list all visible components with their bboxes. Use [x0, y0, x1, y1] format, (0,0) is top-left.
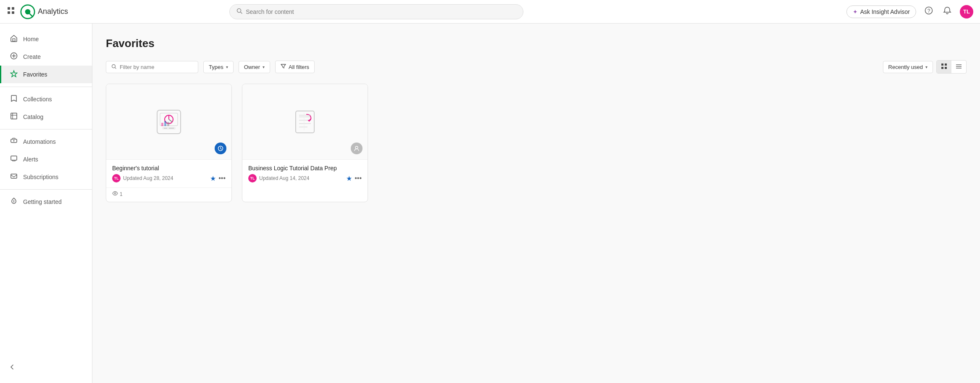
card-title-1: Beginner's tutorial [112, 165, 226, 172]
qlik-logo: Analytics [20, 4, 68, 19]
sidebar-item-collections[interactable]: Collections [0, 90, 92, 108]
card-star-1[interactable]: ★ [210, 174, 216, 182]
grid-menu-icon[interactable] [7, 6, 15, 17]
collections-icon [10, 95, 18, 104]
svg-line-6 [30, 13, 33, 16]
card-star-2[interactable]: ★ [346, 174, 352, 182]
card-more-2[interactable]: ••• [355, 174, 362, 182]
card-views-1: 1 [106, 188, 231, 202]
search-bar[interactable] [229, 4, 523, 19]
data-prep-icon [290, 107, 320, 137]
svg-rect-24 [941, 63, 943, 66]
svg-rect-39 [167, 122, 169, 126]
sidebar-divider-3 [0, 189, 92, 190]
favorites-icon [10, 70, 18, 79]
card-updated-1: Updated Aug 28, 2024 [123, 175, 173, 181]
card-updated-2: Updated Aug 14, 2024 [259, 175, 309, 181]
home-icon [10, 34, 18, 44]
sparkle-icon: ✦ [853, 8, 858, 15]
catalog-label: Catalog [23, 114, 43, 120]
sidebar-item-favorites[interactable]: Favorites [0, 66, 92, 83]
subscriptions-label: Subscriptions [23, 174, 58, 180]
card-overlay-icon-1 [215, 143, 226, 154]
svg-rect-35 [164, 128, 167, 129]
svg-rect-37 [161, 123, 163, 126]
toolbar-right: Recently used ▾ [883, 60, 967, 74]
svg-rect-27 [945, 67, 947, 69]
chart-app-icon [154, 107, 184, 137]
topnav-right: ✦ Ask Insight Advisor ? TL [846, 5, 973, 18]
svg-point-49 [355, 146, 358, 149]
page-title: Favorites [106, 37, 967, 50]
help-button[interactable]: ? [923, 5, 935, 18]
sidebar: Home Create Favorites Collections Catalo… [0, 24, 92, 383]
collapse-sidebar-button[interactable] [0, 359, 92, 376]
sidebar-divider-2 [0, 129, 92, 129]
sort-label: Recently used [888, 64, 923, 70]
filter-funnel-icon [281, 63, 286, 70]
types-dropdown-button[interactable]: Types ▾ [203, 61, 234, 73]
owner-dropdown-button[interactable]: Owner ▾ [239, 61, 270, 73]
sidebar-divider-1 [0, 87, 92, 87]
card-thumbnail-1 [106, 84, 231, 160]
view-toggle [936, 60, 967, 74]
sort-chevron-icon: ▾ [925, 65, 927, 69]
alerts-label: Alerts [23, 156, 38, 163]
sidebar-item-catalog[interactable]: Catalog [0, 108, 92, 126]
filter-input-wrapper[interactable] [106, 61, 198, 73]
sidebar-item-getting-started[interactable]: Getting started [0, 193, 92, 211]
svg-point-41 [114, 193, 116, 194]
svg-rect-11 [13, 39, 15, 41]
card-beginners-tutorial[interactable]: Beginner's tutorial TL Updated Aug 28, 2… [106, 84, 232, 202]
sidebar-item-create[interactable]: Create [0, 48, 92, 66]
topnav-left: Analytics [7, 4, 68, 19]
getting-started-label: Getting started [23, 198, 62, 205]
insight-advisor-label: Ask Insight Advisor [860, 8, 910, 15]
card-body-2: Business Logic Tutorial Data Prep TL Upd… [242, 160, 368, 188]
subscriptions-icon [10, 172, 18, 182]
card-more-1[interactable]: ••• [218, 174, 226, 182]
all-filters-button[interactable]: All filters [275, 61, 315, 73]
grid-view-button[interactable] [937, 61, 951, 73]
svg-rect-21 [11, 174, 17, 178]
sidebar-item-subscriptions[interactable]: Subscriptions [0, 168, 92, 186]
sidebar-bottom [0, 359, 92, 376]
sidebar-item-home[interactable]: Home [0, 30, 92, 48]
insight-advisor-button[interactable]: ✦ Ask Insight Advisor [846, 5, 916, 18]
svg-rect-25 [945, 63, 947, 66]
svg-rect-36 [169, 128, 174, 129]
collapse-icon [8, 363, 16, 372]
types-chevron-icon: ▾ [226, 65, 228, 69]
svg-rect-0 [8, 7, 10, 10]
app-title: Analytics [38, 7, 68, 16]
list-view-button[interactable] [951, 61, 966, 73]
card-overlay-icon-2 [351, 143, 363, 154]
sort-dropdown-button[interactable]: Recently used ▾ [883, 61, 933, 73]
svg-rect-3 [12, 11, 14, 14]
sidebar-item-automations[interactable]: Automations [0, 133, 92, 151]
svg-rect-15 [11, 113, 17, 119]
types-label: Types [209, 64, 223, 70]
automations-icon [10, 137, 18, 146]
avatar[interactable]: TL [960, 5, 973, 18]
svg-rect-2 [8, 11, 10, 14]
card-avatar-2: TL [248, 174, 257, 182]
filter-search-icon [111, 64, 116, 70]
card-meta-1: TL Updated Aug 28, 2024 ★ ••• [112, 174, 226, 182]
svg-rect-1 [12, 7, 14, 10]
collections-label: Collections [23, 96, 52, 103]
search-input[interactable] [246, 8, 516, 15]
svg-rect-26 [941, 67, 943, 69]
search-icon [236, 8, 242, 15]
svg-rect-20 [11, 156, 17, 160]
eye-icon-1 [112, 190, 118, 198]
sidebar-item-alerts[interactable]: Alerts [0, 151, 92, 168]
card-thumbnail-2 [242, 84, 368, 160]
svg-line-23 [115, 67, 116, 69]
notifications-button[interactable] [941, 5, 953, 18]
filter-by-name-input[interactable] [120, 64, 193, 70]
card-business-logic[interactable]: Business Logic Tutorial Data Prep TL Upd… [242, 84, 368, 202]
svg-line-8 [241, 12, 242, 14]
card-meta-2: TL Updated Aug 14, 2024 ★ ••• [248, 174, 362, 182]
catalog-icon [10, 112, 18, 122]
